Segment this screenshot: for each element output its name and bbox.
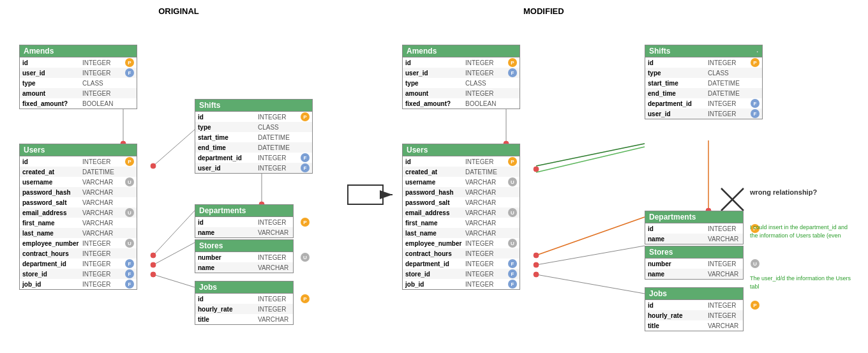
original-amends-table: Amends idINTEGERP user_idINTEGERF typeCL… (19, 45, 137, 109)
table-row: last_nameVARCHAR (20, 228, 137, 238)
table-row: end_timeDATETIME (195, 142, 312, 153)
transition-arrow (345, 179, 396, 211)
table-row: user_idINTEGERF (645, 109, 762, 119)
svg-line-20 (536, 217, 645, 255)
modified-stores-body: numberINTEGERU nameVARCHAR (645, 259, 743, 279)
original-departments-table: Departments idINTEGERP nameVARCHAR (195, 204, 294, 238)
original-jobs-header: Jobs (195, 282, 293, 294)
modified-amends-header: Amends (403, 45, 520, 57)
modified-jobs-header: Jobs (645, 288, 743, 300)
table-row: nameVARCHAR (195, 262, 293, 273)
table-row: nameVARCHAR (645, 234, 743, 244)
table-row: password_saltVARCHAR (20, 197, 137, 207)
svg-point-21 (534, 253, 539, 258)
original-jobs-table: Jobs idINTEGERP hourly_rateINTEGER title… (195, 281, 294, 325)
table-row: start_timeDATETIME (195, 132, 312, 142)
modified-departments-table: Departments idINTEGERP nameVARCHAR (645, 211, 744, 244)
original-amends-body: idINTEGERP user_idINTEGERF typeCLASS amo… (20, 57, 137, 109)
table-row: contract_hoursINTEGER (403, 248, 520, 259)
table-row: nameVARCHAR (195, 227, 293, 237)
svg-line-2 (153, 130, 195, 166)
modified-amends-table: Amends idINTEGERP user_idINTEGERF typeCL… (402, 45, 520, 109)
svg-rect-13 (348, 185, 383, 204)
original-title: ORIGINAL (13, 6, 345, 16)
svg-line-8 (153, 274, 195, 287)
original-departments-body: idINTEGERP nameVARCHAR (195, 217, 293, 237)
svg-point-5 (151, 253, 156, 258)
table-row: idINTEGERP (403, 57, 520, 68)
modified-section: MODIFIED Ame (396, 6, 855, 345)
svg-point-9 (151, 272, 156, 277)
original-stores-header: Stores (195, 240, 293, 252)
original-amends-header: Amends (20, 45, 137, 57)
table-row: idINTEGERP (195, 217, 293, 227)
table-row: email_addressVARCHARU (403, 207, 520, 218)
original-section: ORIGINAL Amends idINTEGERP (13, 6, 345, 345)
table-row: usernameVARCHARU (20, 177, 137, 187)
annotation-note1: I could insert in the department_id and … (750, 223, 852, 239)
table-row: amountINTEGER (403, 88, 520, 98)
table-row: password_hashVARCHAR (403, 187, 520, 197)
table-row: amountINTEGER (20, 88, 137, 98)
table-row: last_nameVARCHAR (403, 228, 520, 238)
wrong-relationship-label: wrong relationship? (750, 188, 817, 196)
table-row: department_idINTEGERF (195, 153, 312, 163)
annotation-note2: The user_id/d the information the Users … (750, 274, 852, 290)
table-row: department_idINTEGERF (645, 98, 762, 109)
svg-line-22 (536, 246, 645, 265)
table-row: hourly_rateINTEGER (645, 310, 743, 320)
table-row: end_timeDATETIME (645, 88, 762, 98)
svg-line-17 (536, 144, 645, 166)
modified-shifts-header: Shifts. (645, 45, 762, 57)
table-row: user_idINTEGERF (195, 163, 312, 173)
table-row: fixed_amount?BOOLEAN (403, 98, 520, 109)
original-shifts-header: Shifts (195, 100, 312, 112)
modified-users-body: idINTEGERP created_atDATETIME usernameVA… (403, 156, 520, 289)
table-row: idINTEGERP (195, 112, 312, 122)
original-departments-header: Departments (195, 205, 293, 217)
table-row: usernameVARCHARU (403, 177, 520, 187)
modified-jobs-body: idINTEGERP hourly_rateINTEGER titleVARCH… (645, 300, 743, 331)
svg-point-3 (151, 163, 156, 169)
svg-point-25 (534, 272, 539, 277)
modified-stores-table: Stores numberINTEGERU nameVARCHAR (645, 246, 744, 280)
original-jobs-body: idINTEGERP hourly_rateINTEGER titleVARCH… (195, 294, 293, 324)
original-stores-table: Stores numberINTEGERU nameVARCHAR (195, 239, 294, 273)
svg-line-24 (536, 274, 645, 294)
table-row: contract_hoursINTEGER (20, 248, 137, 259)
modified-users-table: Users idINTEGERP created_atDATETIME user… (402, 144, 520, 290)
table-row: titleVARCHAR (195, 314, 293, 324)
table-row: user_idINTEGERF (20, 68, 137, 78)
table-row: idINTEGERP (645, 57, 762, 68)
modified-departments-header: Departments (645, 211, 743, 223)
table-row: job_idINTEGERF (20, 279, 137, 289)
table-row: employee_numberINTEGERU (403, 238, 520, 248)
modified-jobs-table: Jobs idINTEGERP hourly_rateINTEGER title… (645, 287, 744, 331)
table-row: password_saltVARCHAR (403, 197, 520, 207)
arrow-section (345, 45, 396, 345)
table-row: typeCLASS (20, 78, 137, 88)
table-row: department_idINTEGERF (403, 259, 520, 269)
table-row: start_timeDATETIME (645, 78, 762, 88)
table-row: created_atDATETIME (20, 167, 137, 177)
table-row: created_atDATETIME (403, 167, 520, 177)
table-row: fixed_amount?BOOLEAN (20, 98, 137, 109)
svg-point-19 (534, 167, 539, 172)
table-row: user_idINTEGERF (403, 68, 520, 78)
table-row: typeCLASS (403, 78, 520, 88)
table-row: idINTEGERP (645, 223, 743, 234)
svg-line-6 (153, 243, 195, 265)
table-row: first_nameVARCHAR (403, 218, 520, 228)
modified-amends-body: idINTEGERP user_idINTEGERF typeCLASS amo… (403, 57, 520, 109)
table-row: first_nameVARCHAR (20, 218, 137, 228)
table-row: store_idINTEGERF (403, 269, 520, 279)
modified-shifts-table: Shifts. idINTEGERP typeCLASS start_timeD… (645, 45, 763, 119)
table-row: hourly_rateINTEGER (195, 304, 293, 314)
table-row: titleVARCHAR (645, 320, 743, 331)
original-shifts-table: Shifts idINTEGERP typeCLASS start_timeDA… (195, 99, 313, 174)
original-users-header: Users (20, 144, 137, 156)
table-row: idINTEGERP (20, 156, 137, 167)
original-stores-body: numberINTEGERU nameVARCHAR (195, 252, 293, 273)
table-row: numberINTEGERU (645, 259, 743, 269)
modified-shifts-body: idINTEGERP typeCLASS start_timeDATETIME … (645, 57, 762, 119)
